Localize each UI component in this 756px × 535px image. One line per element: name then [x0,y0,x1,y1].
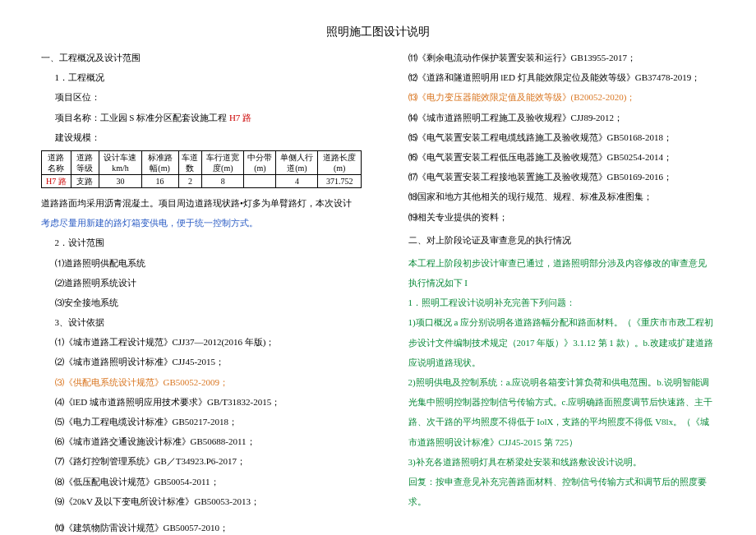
left-column: 一、工程概况及设计范围 1．工程概况 项目区位： 项目名称：工业园 S 标准分区… [41,48,362,535]
th-speed: 设计车速km/h [99,150,141,174]
project-name: 项目名称：工业园 S 标准分区配套设施工程 H7 路 [41,108,362,127]
ref-18: ⒅国家和地方其他相关的现行规范、规程、标准及标准图集； [394,187,715,206]
pavement-desc: 道路路面均采用沥青混凝土。项目周边道路现状路•灯多为单臂路灯，本次设计 [41,193,362,213]
project-road-code: H7 路 [227,113,251,122]
td-median [244,174,276,187]
th-width: 标准路幅(m) [141,150,178,174]
td-width: 16 [141,174,178,187]
road-spec-table: 道路名称 道路等级 设计车速km/h 标准路幅(m) 车道数 车行道宽度(m) … [41,150,362,188]
ref-17: ⒄《电气装置安装工程接地装置施工及验收规范》GB50169-2016； [394,167,715,187]
scope-item-2: ⑵道路照明系统设计 [41,273,362,293]
project-name-label: 项目名称：工业园 S 标准分区配套设施工程 [55,113,228,122]
road-spec-table-wrap: 道路名称 道路等级 设计车速km/h 标准路幅(m) 车道数 车行道宽度(m) … [41,150,362,188]
scope-item-1: ⑴道路照明供配电系统 [41,253,362,273]
td-lanes: 2 [178,174,202,187]
ref-3: ⑶《供配电系统设计规范》GB50052-2009； [41,372,362,392]
th-name: 道路名称 [42,150,71,174]
th-median: 中分带(m) [244,150,276,174]
td-speed: 30 [99,174,141,187]
ref-1: ⑴《城市道路工程设计规范》CJJ37—2012(2016 年版)； [41,332,362,352]
subsection-1-3: 3、设计依据 [41,312,362,332]
ref-5: ⑸《电力工程电缆设计标准》GB50217-2018； [41,412,362,431]
td-length: 371.752 [318,174,362,187]
ref-8: ⑻《低压配电设计规范》GB50054-2011； [41,472,362,491]
pavement-desc-cont: 考虑尽量用新建的路灯箱变供电，便于统一控制方式。 [41,213,362,233]
ref-12: ⑿《道路和隧道照明用 lED 灯具能效限定位及能效等级》GB37478-2019… [394,67,715,87]
ref-13: ⒀《电力变压器能效限定值及能效等级》(B20052-2020)； [394,87,715,107]
section-2-heading: 二、对上阶段论证及审查意见的执行情况 [394,230,715,250]
project-location: 项目区位： [41,87,362,107]
supplement-item-1: 1)项口概况 a 应分别说明各道路路幅分配和路面材料。（《重庆市市政工程初步设计… [394,312,715,372]
supplement-item-2: 2)照明供电及控制系统：a.应说明各箱变计算负荷和供电范围。b.说明智能调光集中… [394,372,715,452]
table-header-row: 道路名称 道路等级 设计车速km/h 标准路幅(m) 车道数 车行道宽度(m) … [42,150,362,174]
ref-15: ⒂《电气装置安装工程电缆线路施工及验收规范》GB50168-2018； [394,127,715,147]
supplement-heading: 1．照明工程设计说明补充完善下列问题： [394,293,715,312]
table-row: H7 路 支路 30 16 2 8 4 371.752 [42,174,362,187]
ref-11: ⑾《剩余电流动作保护装置安装和运行》GB13955-2017； [394,48,715,67]
ref-19: ⒆相关专业提供的资料； [394,207,715,227]
ref-9: ⑼《20kV 及以下变电所设计标准》GB50053-2013； [41,491,362,511]
ref-7: ⑺《路灯控制管理系统》GB／T34923.P6-2017； [41,451,362,471]
ref-4: ⑷《lED 城市道路照明应用技术要求》GB/T31832-2015； [41,392,362,412]
reply-text: 回复：按申查意见补充完善路面材料、控制信号传输方式和调节后的照度要求。 [394,472,715,511]
right-column: ⑾《剩余电流动作保护装置安装和运行》GB13955-2017； ⑿《道路和隧道照… [394,48,715,535]
subsection-1-1: 1．工程概况 [41,67,362,87]
page-title: 照明施工图设计说明 [41,25,715,39]
td-grade: 支路 [71,174,99,187]
td-name: H7 路 [42,174,71,187]
td-drive-width: 8 [202,174,244,187]
review-status: 本工程上阶段初步设计审查已通过，道路照明部分涉及内容修改的审查意见执行情况如下 … [394,253,715,293]
supplement-item-3: 3)补充各道路照明灯具在桥梁处安装和线路敷设设计说明。 [394,452,715,472]
th-length: 道路长度(m) [318,150,362,174]
th-grade: 道路等级 [71,150,99,174]
ref-10: ⑽《建筑物防雷设计规范》GB50057-2010； [41,518,362,535]
two-column-layout: 一、工程概况及设计范围 1．工程概况 项目区位： 项目名称：工业园 S 标准分区… [41,48,715,535]
ref-16: ⒃《电气装置安装工程低压电器施工及验收规范》GB50254-2014； [394,147,715,167]
ref-14: ⒁《城市道路照明工程施工及验收规程》CJJ89-2012； [394,108,715,127]
ref-2: ⑵《城市道路照明设计标准》CJJ45-2015； [41,352,362,371]
th-lanes: 车道数 [178,150,202,174]
th-sidewalk: 单侧人行道(m) [276,150,318,174]
ref-6: ⑹《城市道路交通设施设计标准》GB50688-2011； [41,431,362,451]
build-scale-label: 建设规模： [41,127,362,147]
subsection-1-2: 2．设计范围 [41,233,362,252]
td-sidewalk: 4 [276,174,318,187]
scope-item-3: ⑶安全接地系统 [41,293,362,312]
section-1-heading: 一、工程概况及设计范围 [41,48,362,67]
th-drive-width: 车行道宽度(m) [202,150,244,174]
